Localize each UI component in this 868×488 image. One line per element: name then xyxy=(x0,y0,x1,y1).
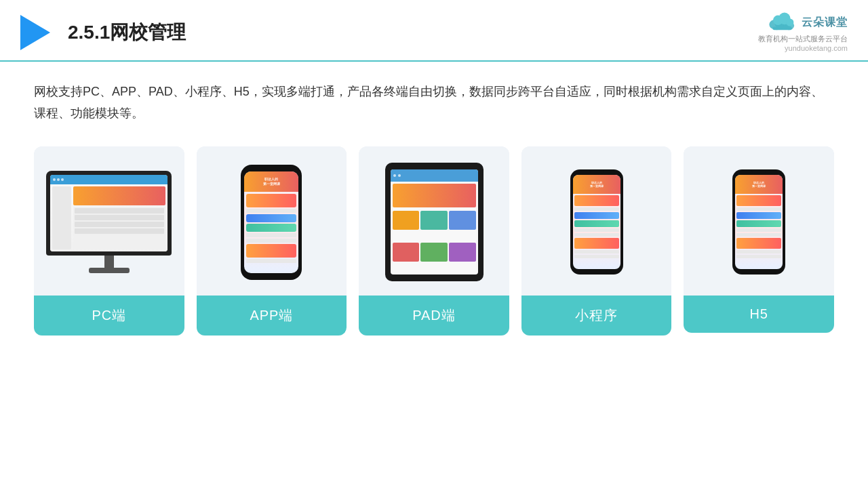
card-h5-image: 职达人的第一堂网课 xyxy=(684,146,834,296)
card-app: 职达人的第一堂网课 xyxy=(197,146,347,336)
main-content: 网校支持PC、APP、PAD、小程序、H5，实现多端打通，产品各终端自由切换，数… xyxy=(0,62,868,349)
card-pad-label: PAD端 xyxy=(359,296,509,336)
svg-point-6 xyxy=(786,18,793,26)
tablet-illustration xyxy=(385,163,484,281)
card-app-image: 职达人的第一堂网课 xyxy=(197,146,347,296)
header-left: 2.5.1网校管理 xyxy=(20,15,186,50)
card-pc-image xyxy=(34,146,184,296)
card-h5: 职达人的第一堂网课 xyxy=(684,146,834,333)
description-text: 网校支持PC、APP、PAD、小程序、H5，实现多端打通，产品各终端自由切换，数… xyxy=(34,81,834,125)
card-pad: PAD端 xyxy=(359,146,509,336)
mini-phone-illustration: 职达人的第一堂网课 xyxy=(570,169,623,274)
card-h5-label: H5 xyxy=(684,296,834,333)
logo-icon xyxy=(20,15,50,50)
card-miniprogram-image: 职达人的第一堂网课 xyxy=(521,146,672,296)
phone-illustration: 职达人的第一堂网课 xyxy=(241,165,302,280)
header-right: 云朵课堂 教育机构一站式服务云平台 yunduoketang.com xyxy=(758,12,848,52)
brand-logo: 云朵课堂 xyxy=(765,12,848,33)
svg-rect-3 xyxy=(772,26,792,30)
cards-row: PC端 职达人的第一堂网课 xyxy=(34,146,834,336)
card-pc: PC端 xyxy=(34,146,184,336)
h5-phone-illustration: 职达人的第一堂网课 xyxy=(732,169,785,274)
card-miniprogram-label: 小程序 xyxy=(521,296,672,336)
brand-url: yunduoketang.com xyxy=(785,44,848,52)
card-pc-label: PC端 xyxy=(34,296,184,336)
brand-slogan: 教育机构一站式服务云平台 xyxy=(758,34,848,44)
brand-name: 云朵课堂 xyxy=(802,16,848,30)
card-pad-image xyxy=(359,146,509,296)
card-app-label: APP端 xyxy=(197,296,347,336)
page-title: 2.5.1网校管理 xyxy=(68,20,186,45)
cloud-icon xyxy=(765,12,797,33)
card-miniprogram: 职达人的第一堂网课 xyxy=(521,146,672,336)
pc-monitor-illustration xyxy=(46,171,172,273)
header: 2.5.1网校管理 云朵课堂 教育机构一站式服务云平台 yunduoketang… xyxy=(0,0,868,62)
